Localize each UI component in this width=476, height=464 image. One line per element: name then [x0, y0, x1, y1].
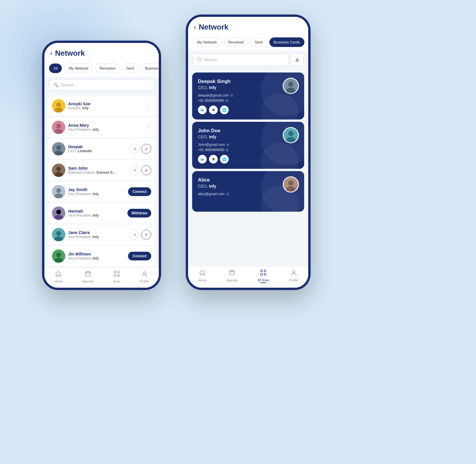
copy-phone-icon[interactable]: ⧉: [226, 148, 228, 152]
linkedin-button[interactable]: in: [198, 106, 207, 114]
contact-actions: Withdraw: [127, 209, 151, 217]
nav-scan[interactable]: Scan: [113, 271, 120, 283]
svg-rect-30: [114, 275, 116, 276]
contact-actions: ✕ ✓: [130, 165, 151, 175]
nav-scan-right[interactable]: 38 Scan: [257, 269, 269, 283]
svg-point-1: [56, 102, 61, 107]
phone-right: ‹ Network My Network Received Sent Busin…: [186, 14, 311, 290]
copy-phone-icon[interactable]: ⧉: [226, 99, 228, 103]
tab-business[interactable]: Business: [141, 64, 159, 73]
card-social: in ✕ 🌐: [198, 155, 298, 164]
nav-agenda-right[interactable]: Agenda: [227, 269, 238, 283]
business-card[interactable]: Deepak Singh CEO, Infy deepak@gmail.com …: [192, 72, 304, 119]
tab-sent[interactable]: Sent: [122, 64, 138, 73]
web-button[interactable]: 🌐: [220, 155, 229, 164]
card-phone: +91 9090909090 ⧉: [198, 99, 298, 103]
svg-point-39: [288, 131, 293, 136]
tab-right-received[interactable]: Received: [224, 37, 248, 47]
contact-role: Vice President, Infy: [68, 128, 143, 132]
withdraw-button[interactable]: Withdraw: [127, 209, 151, 217]
profile-icon-right: [291, 269, 297, 278]
contact-list: Anoyki Soe Investor, Infy ⋮ Anna Mary Vi…: [44, 93, 159, 267]
contact-role: Vice President, Infy: [68, 192, 125, 196]
reject-button[interactable]: ✕: [130, 230, 140, 240]
contact-name: Jay Smith: [68, 187, 125, 192]
copy-email-icon[interactable]: ⧉: [230, 93, 233, 97]
twitter-button[interactable]: ✕: [209, 155, 218, 164]
copy-email-icon[interactable]: ⧉: [226, 192, 229, 196]
nav-agenda[interactable]: Agenda: [82, 271, 93, 283]
accept-button[interactable]: ✓: [141, 144, 151, 154]
right-tabs-row: My Network Received Sent Business Cards: [188, 35, 308, 50]
contact-item: Anoyki Soe Investor, Infy ⋮: [48, 96, 155, 116]
linkedin-button[interactable]: in: [198, 155, 207, 164]
contact-info: Jane Claire Vice President, Infy: [68, 230, 127, 239]
scan-icon: [113, 271, 120, 279]
svg-point-43: [286, 186, 295, 192]
tab-my-network[interactable]: My Network: [64, 64, 93, 73]
nav-agenda-label: Agenda: [82, 280, 93, 283]
svg-point-22: [56, 253, 61, 257]
back-button-right[interactable]: ‹: [194, 24, 196, 30]
tab-right-businesscards[interactable]: Business Cards: [269, 37, 304, 47]
nav-scan-label-right: 38 Scan: [257, 278, 269, 283]
business-card[interactable]: Alice CEO, Infy alice@gmail.com ⧉: [192, 171, 304, 212]
contact-item: Anna Mary Vice President, Infy ⋮: [48, 117, 155, 137]
tab-right-sent[interactable]: Sent: [250, 37, 267, 47]
contact-name: Anoyki Soe: [68, 102, 143, 106]
dots-menu[interactable]: ⋮: [146, 103, 151, 109]
download-button[interactable]: [291, 53, 304, 66]
tab-right-mynetwork[interactable]: My Network: [193, 37, 221, 47]
svg-rect-44: [230, 271, 234, 275]
svg-rect-50: [261, 273, 262, 275]
svg-point-32: [143, 272, 146, 274]
copy-email-icon[interactable]: ⧉: [227, 143, 229, 147]
nav-home-right[interactable]: Home: [198, 269, 206, 283]
card-email: alice@gmail.com ⧉: [198, 192, 298, 196]
card-email: John@gmail.com ⧉: [198, 143, 298, 147]
search-icon-left: 🔍: [53, 83, 58, 87]
contact-role: CEO, LinkedIn: [68, 149, 127, 153]
nav-home-label: Home: [54, 280, 63, 283]
nav-profile-label: Profile: [140, 280, 149, 283]
reject-button[interactable]: ✕: [130, 165, 140, 175]
nav-home[interactable]: Home: [54, 271, 63, 283]
avatar: [52, 185, 65, 198]
contact-role: Vice President, Infy: [68, 235, 127, 239]
card-phone: +91 9090909090 ⧉: [198, 148, 298, 152]
bottom-nav-left: Home Agenda Scan Profile: [44, 267, 159, 288]
tab-all[interactable]: All: [49, 64, 62, 73]
contact-actions: ✕ ✓: [130, 144, 151, 154]
contact-info: Anna Mary Vice President, Infy: [68, 123, 143, 132]
business-card[interactable]: John Doe CEO, Infy John@gmail.com ⧉ +91 …: [192, 122, 304, 169]
back-button-left[interactable]: ‹: [50, 50, 52, 57]
agenda-icon: [85, 271, 91, 279]
nav-profile-right[interactable]: Profile: [289, 269, 298, 283]
svg-rect-28: [114, 271, 116, 273]
svg-point-7: [56, 145, 61, 150]
right-search-bar[interactable]: Search: [193, 54, 289, 66]
svg-point-40: [286, 137, 295, 143]
nav-profile[interactable]: Profile: [140, 271, 149, 283]
svg-rect-29: [118, 271, 119, 273]
twitter-button[interactable]: ✕: [209, 106, 218, 114]
contact-role: Vice President, Infy: [68, 256, 125, 260]
accept-button[interactable]: ✓: [141, 165, 151, 175]
tab-received[interactable]: Received: [95, 64, 120, 73]
svg-rect-24: [86, 272, 90, 276]
reject-button[interactable]: ✕: [130, 144, 140, 154]
svg-point-4: [56, 124, 61, 128]
card-email: deepak@gmail.com ⧉: [198, 93, 298, 97]
connect-button[interactable]: Connect: [128, 187, 151, 196]
dots-menu[interactable]: ⋮: [146, 124, 151, 130]
left-search-bar[interactable]: 🔍 Search: [49, 79, 154, 90]
contact-name: Anna Mary: [68, 123, 143, 128]
contact-actions: ⋮: [146, 124, 151, 130]
connect-button[interactable]: Connect: [128, 252, 151, 260]
contact-item: Deepak CEO, LinkedIn ✕ ✓: [48, 139, 155, 159]
web-button[interactable]: 🌐: [220, 106, 229, 114]
accept-button[interactable]: ✓: [141, 230, 151, 240]
contact-actions: ✕ ✓: [130, 230, 151, 240]
svg-point-16: [56, 210, 61, 214]
contact-item: Hannah Vice President, Infy Withdraw: [48, 203, 155, 223]
